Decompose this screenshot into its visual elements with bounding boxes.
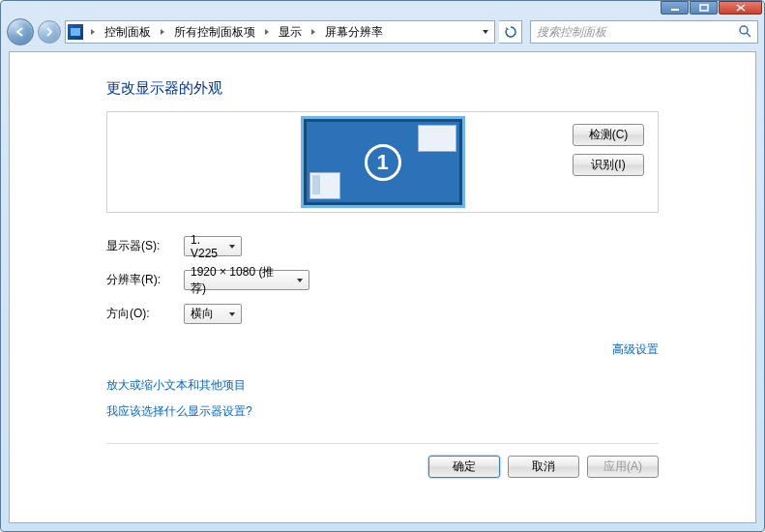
breadcrumb-all-items[interactable]: 所有控制面板项 bbox=[172, 24, 257, 41]
refresh-icon bbox=[504, 25, 517, 39]
mini-window-icon bbox=[418, 125, 456, 152]
orientation-select-value: 横向 bbox=[191, 306, 214, 322]
svg-point-2 bbox=[740, 26, 748, 34]
breadcrumb-separator-icon bbox=[91, 29, 95, 35]
display-select-value: 1. V225 bbox=[191, 233, 221, 260]
title-bar bbox=[1, 1, 764, 15]
breadcrumb-resolution[interactable]: 屏幕分辨率 bbox=[323, 24, 385, 41]
svg-rect-1 bbox=[700, 5, 708, 11]
window-controls bbox=[661, 1, 762, 15]
orientation-label: 方向(O): bbox=[106, 306, 184, 322]
display-select[interactable]: 1. V225 bbox=[184, 236, 242, 256]
maximize-button[interactable] bbox=[690, 1, 718, 15]
detect-button[interactable]: 检测(C) bbox=[573, 124, 644, 146]
zoom-text-link[interactable]: 放大或缩小文本和其他项目 bbox=[106, 377, 659, 394]
mini-window-icon bbox=[309, 172, 340, 199]
breadcrumb-separator-icon bbox=[161, 29, 164, 35]
forward-button[interactable] bbox=[38, 20, 61, 44]
search-input[interactable] bbox=[537, 25, 738, 39]
page-title: 更改显示器的外观 bbox=[106, 79, 659, 98]
nav-bar: 控制面板 所有控制面板项 显示 屏幕分辨率 bbox=[1, 15, 764, 49]
cancel-button[interactable]: 取消 bbox=[508, 456, 579, 478]
monitor-preview-panel: 1 检测(C) 识别(I) bbox=[106, 111, 659, 213]
monitor-preview[interactable]: 1 bbox=[301, 116, 465, 208]
breadcrumb-separator-icon bbox=[265, 29, 269, 35]
which-settings-link[interactable]: 我应该选择什么显示器设置? bbox=[106, 403, 659, 420]
advanced-settings-link[interactable]: 高级设置 bbox=[106, 341, 659, 358]
breadcrumb-separator-icon bbox=[311, 29, 315, 35]
back-arrow-icon bbox=[14, 25, 27, 39]
divider bbox=[106, 443, 659, 444]
minimize-button[interactable] bbox=[661, 1, 689, 15]
footer-buttons: 确定 取消 应用(A) bbox=[106, 456, 659, 478]
refresh-button[interactable] bbox=[499, 20, 522, 44]
forward-arrow-icon bbox=[44, 26, 55, 38]
ok-button[interactable]: 确定 bbox=[428, 456, 500, 478]
apply-button: 应用(A) bbox=[587, 456, 659, 478]
content-area: 更改显示器的外观 1 检测(C) 识别(I) 显示器(S): 1. V225 bbox=[9, 51, 756, 523]
address-dropdown-icon[interactable] bbox=[483, 30, 488, 34]
svg-line-3 bbox=[747, 33, 750, 37]
control-panel-icon bbox=[68, 24, 83, 40]
search-icon bbox=[738, 24, 751, 41]
breadcrumb-display[interactable]: 显示 bbox=[277, 24, 304, 41]
monitor-number-badge: 1 bbox=[365, 144, 401, 181]
back-button[interactable] bbox=[7, 18, 34, 45]
resolution-label: 分辨率(R): bbox=[106, 272, 184, 288]
address-bar[interactable]: 控制面板 所有控制面板项 显示 屏幕分辨率 bbox=[65, 20, 495, 44]
identify-button[interactable]: 识别(I) bbox=[573, 154, 644, 176]
search-box[interactable] bbox=[530, 20, 758, 44]
resolution-select[interactable]: 1920 × 1080 (推荐) bbox=[184, 270, 309, 290]
orientation-select[interactable]: 横向 bbox=[184, 304, 242, 324]
resolution-select-value: 1920 × 1080 (推荐) bbox=[191, 264, 289, 297]
display-label: 显示器(S): bbox=[106, 238, 184, 254]
close-button[interactable] bbox=[719, 1, 762, 15]
svg-rect-0 bbox=[671, 9, 679, 11]
breadcrumb-control-panel[interactable]: 控制面板 bbox=[103, 24, 153, 41]
window-frame: 控制面板 所有控制面板项 显示 屏幕分辨率 更改显示器的外观 1 bbox=[0, 0, 765, 532]
